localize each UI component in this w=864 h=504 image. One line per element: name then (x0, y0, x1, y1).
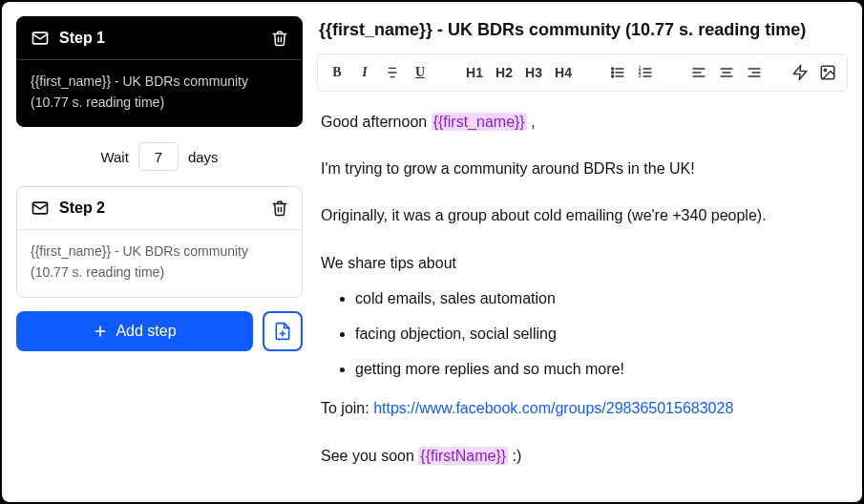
add-step-button[interactable]: Add step (16, 311, 253, 351)
svg-text:3: 3 (639, 74, 642, 78)
ordered-list-button[interactable]: 123 (632, 59, 659, 86)
h1-button[interactable]: H1 (460, 59, 489, 86)
strikethrough-button[interactable] (379, 59, 406, 86)
bold-button[interactable]: B (324, 59, 350, 86)
align-left-button[interactable] (685, 59, 712, 86)
add-step-label: Add step (116, 323, 176, 340)
step-subject-preview: {{first_name}} - UK BDRs community (10.7… (17, 230, 302, 296)
mail-icon (31, 29, 50, 48)
email-body-editor[interactable]: Good afternoon {{first_name}} , I'm tryi… (317, 92, 848, 488)
app-frame: Step 1 {{first_name}} - UK BDRs communit… (0, 0, 864, 504)
variable-tag-firstname[interactable]: {{firstName}} (418, 447, 508, 465)
mail-icon (31, 199, 50, 218)
email-subject[interactable]: {{first_name}} - UK BDRs community (10.7… (317, 16, 848, 53)
step-header: Step 1 (17, 17, 302, 60)
svg-marker-27 (793, 66, 807, 80)
tips-list: cold emails, sales automation facing obj… (355, 285, 844, 383)
body-text: To join: (321, 400, 373, 416)
bottom-actions: Add step (16, 311, 303, 351)
plus-icon (93, 324, 108, 339)
h4-button[interactable]: H4 (549, 59, 578, 86)
steps-sidebar: Step 1 {{first_name}} - UK BDRs communit… (16, 16, 303, 488)
wait-label-after: days (188, 149, 219, 165)
svg-point-29 (824, 69, 826, 71)
body-text: Originally, it was a group about cold em… (321, 202, 844, 228)
underline-button[interactable]: U (407, 59, 433, 86)
unordered-list-button[interactable] (604, 59, 631, 86)
step-title: Step 1 (59, 30, 262, 47)
list-item: facing objection, social selling (355, 321, 844, 346)
join-link[interactable]: https://www.facebook.com/groups/29836501… (373, 400, 733, 416)
body-text: :) (508, 448, 521, 464)
body-text: See you soon (321, 448, 418, 464)
svg-point-6 (612, 68, 614, 70)
body-text: I'm trying to grow a community around BD… (321, 156, 844, 181)
file-plus-icon (273, 322, 292, 341)
step-subject-preview: {{first_name}} - UK BDRs community (10.7… (17, 60, 302, 126)
body-text: , (527, 114, 536, 130)
h3-button[interactable]: H3 (519, 59, 548, 86)
step-card-2[interactable]: Step 2 {{first_name}} - UK BDRs communit… (16, 186, 303, 297)
svg-point-7 (612, 72, 614, 74)
align-center-button[interactable] (713, 59, 740, 86)
svg-point-8 (612, 75, 614, 77)
body-text: Good afternoon (321, 114, 432, 130)
step-card-1[interactable]: Step 1 {{first_name}} - UK BDRs communit… (16, 16, 303, 127)
trash-icon[interactable] (271, 30, 288, 47)
step-header: Step 2 (17, 187, 302, 230)
h2-button[interactable]: H2 (490, 59, 518, 86)
wait-row: Wait days (16, 127, 303, 186)
wait-days-input[interactable] (138, 142, 179, 171)
align-right-button[interactable] (741, 59, 768, 86)
trash-icon[interactable] (271, 200, 288, 217)
editor-panel: {{first_name}} - UK BDRs community (10.7… (317, 16, 848, 488)
variable-tag-first-name[interactable]: {{first_name}} (432, 113, 527, 131)
italic-button[interactable]: I (351, 59, 378, 86)
insert-image-button[interactable] (814, 59, 841, 86)
wait-label-before: Wait (100, 149, 128, 165)
list-item: cold emails, sales automation (355, 285, 844, 311)
import-template-button[interactable] (263, 311, 303, 351)
insert-variable-button[interactable] (787, 59, 813, 86)
list-item: getting more replies and so much more! (355, 356, 844, 382)
editor-toolbar: B I U H1 H2 H3 H4 123 (317, 53, 848, 92)
step-title: Step 2 (59, 200, 262, 217)
body-text: We share tips about (321, 250, 844, 276)
